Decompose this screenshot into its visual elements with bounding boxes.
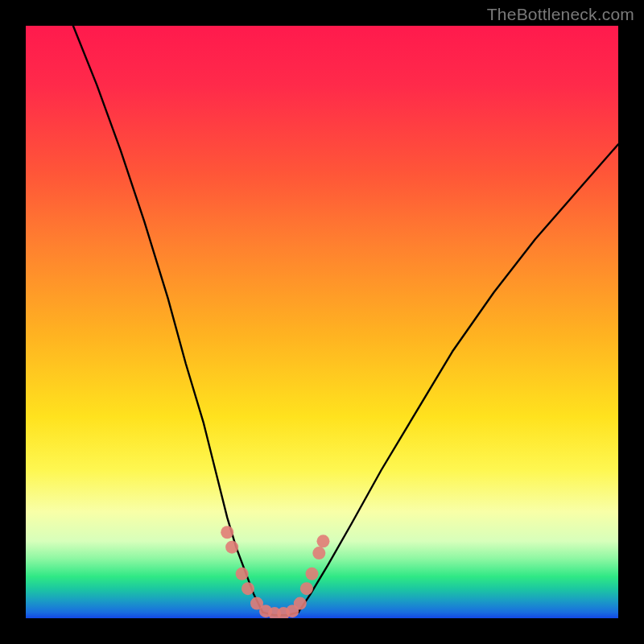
plot-area <box>26 26 618 618</box>
curve-left-curve <box>73 26 263 613</box>
chart-svg <box>26 26 618 618</box>
marker-dot <box>221 526 233 539</box>
marker-dot <box>316 535 329 547</box>
marker-dot <box>300 582 313 595</box>
marker-dot <box>294 597 307 610</box>
marker-dot <box>225 541 238 554</box>
curve-right-curve <box>299 144 618 612</box>
marker-dot <box>305 568 318 580</box>
watermark-text: TheBottleneck.com <box>487 5 634 24</box>
chart-frame: TheBottleneck.com <box>0 0 644 644</box>
marker-dot <box>242 582 254 595</box>
marker-dot <box>312 547 325 559</box>
marker-dot <box>236 568 249 580</box>
